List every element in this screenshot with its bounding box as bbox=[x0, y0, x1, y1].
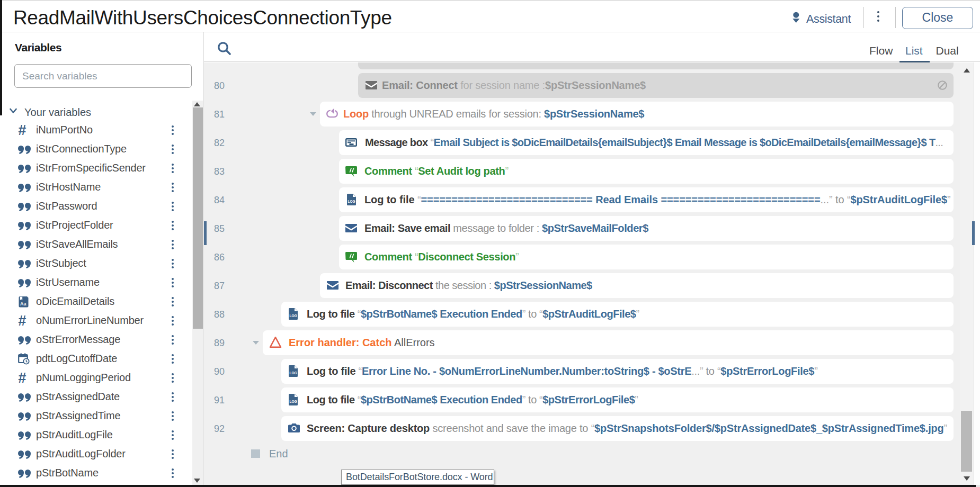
svg-text:LOG: LOG bbox=[290, 400, 297, 403]
svg-text:LOG: LOG bbox=[290, 371, 297, 375]
svg-text:LOG: LOG bbox=[348, 200, 355, 203]
svg-text:LOG: LOG bbox=[290, 314, 297, 318]
svg-text:Aa: Aa bbox=[20, 301, 26, 306]
